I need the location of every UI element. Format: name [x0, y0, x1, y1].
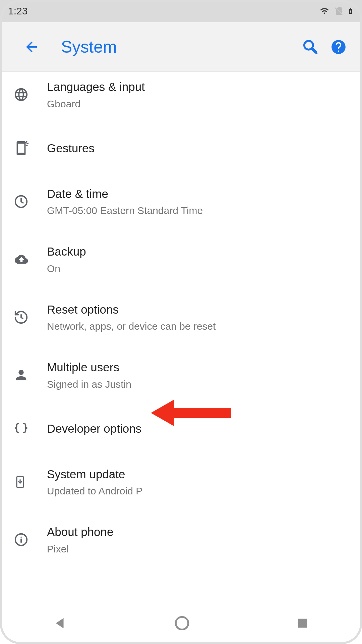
battery-charging-icon: [347, 6, 354, 16]
search-button[interactable]: [300, 37, 320, 57]
code-braces-icon: [13, 421, 29, 436]
item-backup[interactable]: Backup On: [0, 230, 362, 288]
help-button[interactable]: [328, 37, 349, 57]
svg-point-0: [304, 41, 313, 49]
help-icon: [330, 39, 347, 55]
item-label: About phone: [47, 524, 349, 540]
reset-icon: [13, 310, 29, 325]
item-label: Languages & input: [47, 79, 349, 95]
item-label: Multiple users: [47, 360, 349, 375]
item-label: Backup: [47, 244, 349, 259]
item-reset-options[interactable]: Reset options Network, apps, or device c…: [0, 288, 362, 346]
app-bar: System: [0, 22, 362, 72]
item-label: Developer options: [47, 421, 349, 436]
item-sub: GMT-05:00 Eastern Standard Time: [47, 204, 349, 217]
item-date-time[interactable]: Date & time GMT-05:00 Eastern Standard T…: [0, 173, 362, 231]
item-label: Date & time: [47, 186, 349, 202]
status-bar: 1:23: [0, 0, 362, 22]
item-about-phone[interactable]: About phone Pixel: [0, 511, 362, 569]
scrollbar[interactable]: [360, 89, 362, 592]
item-sub: Network, apps, or device can be reset: [47, 320, 349, 333]
item-languages-input[interactable]: Languages & input Gboard: [0, 72, 362, 124]
svg-point-3: [27, 143, 28, 144]
item-system-update[interactable]: System update Updated to Android P: [0, 453, 362, 511]
person-icon: [13, 367, 29, 383]
clock-icon: [13, 194, 29, 209]
item-gestures[interactable]: Gestures: [0, 124, 362, 173]
status-icons: [318, 6, 354, 16]
info-icon: [13, 532, 29, 547]
item-sub: Updated to Android P: [47, 484, 349, 497]
no-sim-icon: [334, 6, 344, 16]
status-time: 1:23: [8, 5, 27, 17]
svg-rect-10: [298, 619, 307, 628]
square-recents-icon: [296, 616, 309, 630]
navigation-bar: [0, 602, 362, 644]
wifi-icon: [318, 6, 330, 16]
item-label: System update: [47, 467, 349, 482]
item-sub: Gboard: [47, 97, 349, 110]
settings-list: Languages & input Gboard Gestures Date &…: [0, 72, 362, 602]
nav-back-button[interactable]: [53, 615, 68, 631]
svg-point-9: [176, 617, 188, 630]
item-developer-options[interactable]: Developer options: [0, 404, 362, 453]
item-label: Reset options: [47, 302, 349, 317]
item-multiple-users[interactable]: Multiple users Signed in as Justin: [0, 346, 362, 404]
svg-point-2: [26, 142, 27, 143]
item-sub: Pixel: [47, 542, 349, 555]
system-update-icon: [13, 473, 27, 491]
item-sub: On: [47, 262, 349, 275]
item-sub: Signed in as Justin: [47, 378, 349, 391]
triangle-back-icon: [53, 615, 68, 631]
item-label: Gestures: [47, 141, 349, 156]
gestures-icon: [13, 141, 29, 156]
search-icon: [302, 39, 319, 55]
svg-point-8: [20, 537, 22, 538]
nav-recents-button[interactable]: [296, 616, 309, 630]
page-title: System: [61, 37, 292, 57]
circle-home-icon: [174, 615, 190, 632]
arrow-back-icon: [23, 39, 40, 55]
nav-home-button[interactable]: [174, 615, 190, 632]
globe-icon: [13, 87, 29, 102]
back-button[interactable]: [21, 37, 42, 57]
cloud-upload-icon: [13, 253, 29, 266]
